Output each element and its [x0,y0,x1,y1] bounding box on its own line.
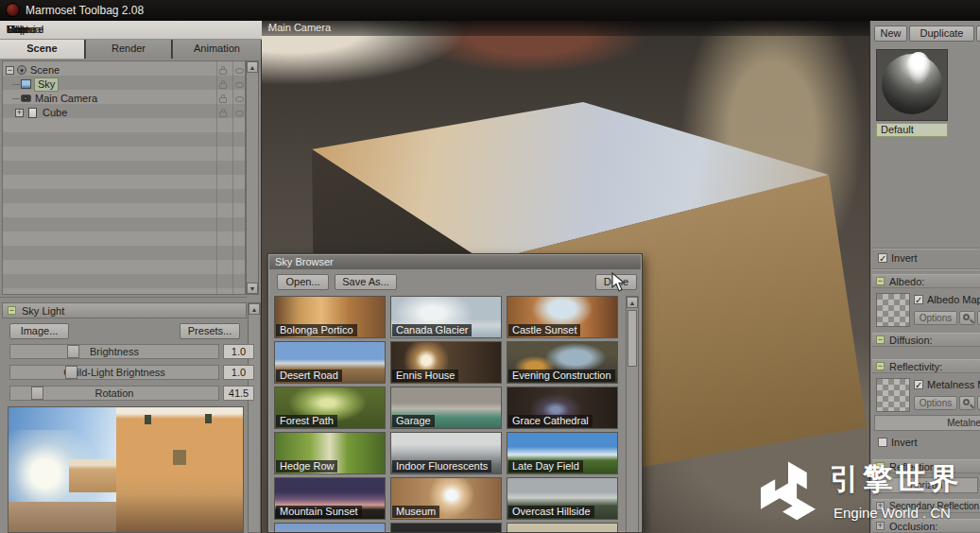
tree-label-main-camera[interactable]: Main Camera [35,92,97,106]
scroll-up-icon[interactable]: ▲ [249,303,260,315]
sky-browser-titlebar[interactable]: Sky Browser [269,255,641,269]
lock-icon[interactable] [219,69,227,75]
save-as-button[interactable]: Save As... [335,274,397,290]
sky-thumbnail[interactable]: Ennis House [390,341,502,384]
secondary-reflection-section-header[interactable]: + Secondary Reflection [872,499,980,513]
rotation-value[interactable]: 41.5 [223,386,254,401]
tree-row-scene[interactable]: − ▾ Scene [3,63,245,77]
invert-reflectivity-checkbox[interactable] [878,438,887,447]
scroll-down-icon[interactable]: ▼ [247,283,258,294]
sky-browser-scrollbar[interactable]: ▲ [626,296,639,533]
sky-thumbnail[interactable]: Evening Construction [507,341,618,384]
sky-thumbnail[interactable]: Indoor Fluorescents [390,432,502,474]
lock-icon[interactable] [219,97,227,103]
metalness-texture-slot[interactable] [876,378,910,412]
expand-box-icon[interactable]: + [876,522,885,530]
sky-light-header[interactable]: − Sky Light [2,302,247,318]
brightness-slider[interactable]: Brightness [9,344,219,359]
collapse-box-icon[interactable]: − [876,335,885,344]
metalness-map-checkbox[interactable]: ✓ [914,380,923,389]
sky-light-scrollbar[interactable]: ▲ [248,302,261,533]
visibility-eye-icon[interactable] [235,96,244,102]
sky-thumbnail[interactable]: Late Day Field [507,432,618,474]
scroll-up-icon[interactable]: ▲ [247,61,258,73]
collapse-box-icon[interactable]: − [6,66,14,75]
material-preview[interactable] [876,49,948,121]
brightness-value[interactable]: 1.0 [223,344,254,359]
child-light-brightness-value[interactable]: 1.0 [223,365,254,380]
tree-row-main-camera[interactable]: Main Camera [3,92,245,106]
sky-thumbnail[interactable]: Garage [390,387,502,429]
child-light-brightness-slider[interactable]: Child-Light Brightness [9,365,219,380]
rotation-slider[interactable]: Rotation [9,386,219,401]
visibility-eye-icon[interactable] [235,111,244,116]
collapse-box-icon[interactable]: − [876,462,885,471]
menu-help[interactable]: Help [0,21,35,35]
albedo-options-button[interactable]: Options [914,311,957,325]
sky-thumbnail[interactable]: Grace Cathedral [507,387,618,429]
title-bar[interactable]: Marmoset Toolbag 2.08 [0,0,980,21]
invert-checkbox[interactable]: ✓ [878,253,887,263]
expand-box-icon[interactable]: + [876,502,885,510]
albedo-section-header[interactable]: − Albedo: [872,274,980,288]
presets-button[interactable]: Presets... [180,323,240,339]
duplicate-material-button[interactable]: Duplicate [909,26,974,42]
menu-bar: FileEditViewSceneMaterialCaptureHelp [0,21,262,40]
sky-thumbnail[interactable]: Canada Glacier [390,296,502,338]
sky-thumbnail[interactable]: Mountain Sunset [274,477,386,520]
diffusion-section-header[interactable]: − Diffusion: [872,333,980,347]
background-building [69,459,121,491]
camera-icon [21,95,31,102]
tree-label-scene[interactable]: Scene [30,63,60,77]
albedo-texture-slot[interactable] [876,293,910,327]
tree-row-sky[interactable]: Sky [3,77,245,92]
visibility-eye-icon[interactable] [235,68,244,74]
tree-label-cube[interactable]: Cube [43,106,67,120]
magnifier-button[interactable] [959,311,975,325]
tree-label-sky[interactable]: Sky [34,77,59,92]
lock-icon[interactable] [219,112,227,117]
metalness-options-button[interactable]: Options [914,396,957,410]
visibility-eye-icon[interactable] [235,82,244,88]
open-button[interactable]: Open... [277,274,329,290]
sky-thumbnail[interactable]: Bolonga Portico [274,296,386,338]
slider-handle[interactable] [65,366,77,379]
sky-thumbnail[interactable]: Castle Sunset [507,296,618,338]
purge-material-button[interactable]: Purge [976,26,980,42]
slider-handle[interactable] [31,387,43,400]
horizon-slider[interactable]: Horizon [874,477,978,493]
tab-scene[interactable]: Scene [0,40,85,59]
sky-thumbnail[interactable]: Desert Road [274,341,386,384]
sky-thumbnail[interactable]: Hedge Row [274,432,386,474]
albedo-map-checkbox[interactable]: ✓ [914,295,923,304]
material-name[interactable]: Default [876,123,948,137]
camera-switch-icon[interactable]: ↕ [262,21,271,35]
slider-handle[interactable] [67,345,79,358]
new-material-button[interactable]: New [874,26,907,42]
sky-thumbnail[interactable]: Museum [390,477,502,520]
tab-animation[interactable]: Animation [173,40,262,59]
reflection-section-header[interactable]: − Reflection: [872,459,980,473]
invert-label: Invert [891,252,918,264]
occlusion-section-header[interactable]: + Occlusion: [872,519,980,533]
scene-tree-scrollbar[interactable]: ▲ ▼ [246,60,259,295]
scroll-up-icon[interactable]: ▲ [627,297,638,308]
collapse-box-icon[interactable]: − [8,306,16,315]
sky-thumbnail[interactable] [507,523,618,533]
sky-thumbnail[interactable]: Forest Path [274,387,386,429]
tree-row-cube[interactable]: + Cube [3,106,245,120]
sky-thumbnail[interactable] [274,523,386,533]
collapse-box-icon[interactable]: − [876,362,885,370]
lock-icon[interactable] [219,83,227,89]
sky-thumbnail[interactable]: Overcast Hillside [507,477,618,520]
collapse-box-icon[interactable]: − [876,277,885,285]
image-button[interactable]: Image... [9,323,69,339]
expand-box-icon[interactable]: + [15,109,24,117]
magnifier-button[interactable] [959,396,975,410]
reflectivity-section-header[interactable]: − Reflectivity: [872,359,980,373]
metalness-slider[interactable]: Metalness [874,415,980,431]
viewport-camera-bar[interactable]: Main Camera↕ [262,21,869,36]
scrollbar-thumb[interactable] [628,310,637,367]
tab-render[interactable]: Render [86,40,172,59]
sky-thumbnail[interactable] [390,523,502,533]
